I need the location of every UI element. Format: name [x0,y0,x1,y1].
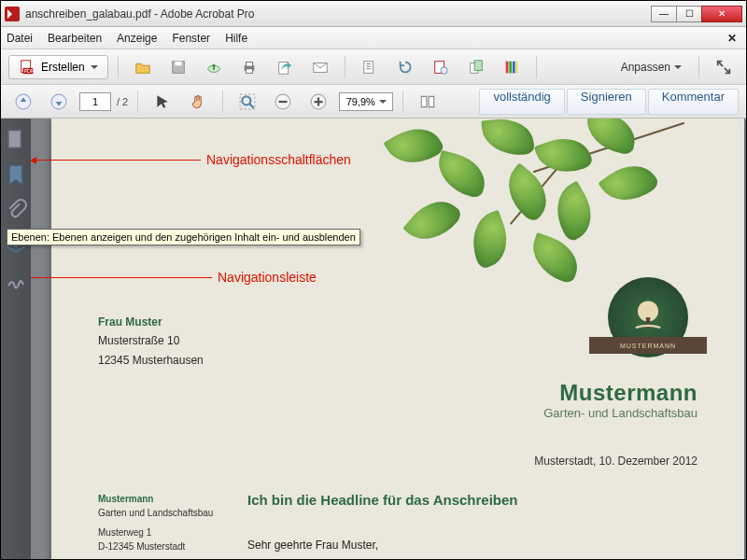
company-block: Mustermann Garten- und Landschaftsbau [543,380,698,420]
minimize-button[interactable]: — [651,6,677,22]
menu-window[interactable]: Fenster [172,32,210,45]
menu-bar: Datei Bearbeiten Anzeige Fenster Hilfe ✕ [1,27,746,49]
share-icon [276,59,293,76]
floppy-icon [170,59,187,76]
navigation-pane [1,119,31,559]
sender-street: Musterweg 1 [98,525,213,539]
recipient-city: 12345 Musterhausen [98,351,204,370]
envelope-icon [312,59,329,76]
svg-rect-7 [246,62,252,66]
menu-edit[interactable]: Bearbeiten [48,32,102,45]
chevron-down-icon [674,65,682,69]
share-button[interactable] [270,55,300,79]
arrow-up-icon [15,93,32,110]
rotate-button[interactable] [390,55,420,79]
recipient-street: Musterstraße 10 [98,331,204,350]
combine-button[interactable] [461,55,491,79]
menu-view[interactable]: Anzeige [117,32,157,45]
svg-rect-17 [509,61,512,73]
chevron-down-icon [379,100,387,104]
zoom-select-icon [239,93,256,110]
sign-button[interactable]: Signieren [567,89,646,115]
create-label: Erstellen [41,61,85,74]
recipient-address: Frau Muster Musterstraße 10 12345 Muster… [98,313,204,370]
cloud-button[interactable] [199,55,229,79]
color-button[interactable] [497,55,527,79]
save-button[interactable] [163,55,193,79]
page-number-input[interactable] [79,92,111,111]
attachments-button[interactable] [5,199,27,221]
nav-toolbar: / 2 79,9% vollständig Signieren Kommenta… [1,85,746,119]
maximize-button[interactable]: ☐ [676,6,702,22]
chevron-down-icon [91,65,98,69]
menu-file[interactable]: Datei [7,32,33,45]
sender-name: Mustermann [98,492,213,506]
svg-rect-19 [515,61,517,73]
letter-headline: Ich bin die Headline für das Anschreiben [247,492,518,508]
logo-ribbon: MUSTERMANN [589,337,707,354]
page-up-button[interactable] [8,90,38,114]
thumbnails-button[interactable] [5,128,27,150]
menu-close-icon[interactable]: ✕ [727,32,737,45]
expand-icon [715,59,732,76]
title-bar: anschreiben_galabau.pdf - Adobe Acrobat … [1,1,746,27]
print-button[interactable] [234,55,264,79]
tools-full-button[interactable]: vollständig [479,89,564,115]
selection-tool-button[interactable] [148,90,177,114]
zoom-in-button[interactable] [303,90,333,114]
read-mode-button[interactable] [413,90,443,114]
page-thumb-icon [5,128,27,150]
bookmarks-button[interactable] [5,163,27,186]
menu-help[interactable]: Hilfe [225,32,247,45]
minus-icon [275,93,291,110]
zoom-out-button[interactable] [268,90,298,114]
sender-sub: Garten und Landschaftsbau [98,506,213,520]
svg-text:PDF: PDF [23,68,34,74]
zoom-level-input[interactable]: 79,9% [339,92,393,111]
email-button[interactable] [305,55,335,79]
svg-rect-18 [513,61,515,73]
comment-button[interactable]: Kommentar [648,89,739,115]
letter-salutation: Sehr geehrte Frau Muster, [247,539,378,552]
close-button[interactable]: ✕ [701,6,742,22]
cloud-up-icon [205,59,222,76]
book-icon [419,93,436,110]
paperclip-icon [5,199,27,221]
layers-tooltip: Ebenen: Ebenen anzeigen und den zugehöri… [7,229,360,245]
open-button[interactable] [128,55,158,79]
svg-rect-26 [8,131,21,148]
color-bars-icon [503,59,520,76]
letter-date: Musterstadt, 10. Dezember 2012 [534,455,698,468]
edit-text-button[interactable] [355,55,385,79]
signature-icon [5,270,27,292]
page-down-button[interactable] [44,90,74,114]
sender-city: D-12345 Musterstadt [98,539,213,553]
printer-icon [241,59,258,76]
arrow-down-icon [50,93,67,110]
svg-rect-8 [246,68,252,73]
recipient-name: Frau Muster [98,313,204,331]
combine-icon [468,59,485,76]
document-area[interactable]: MUSTERMANN Frau Muster Musterstraße 10 1… [31,119,746,559]
edit-text-icon [361,59,378,76]
fullscreen-button[interactable] [709,55,739,79]
tree-icon [627,297,669,338]
create-button[interactable]: PDF Erstellen [8,55,108,79]
folder-open-icon [134,59,151,76]
scan-button[interactable] [426,55,456,79]
company-name: Mustermann [543,380,698,406]
hand-icon [190,93,206,110]
signatures-button[interactable] [5,270,27,292]
customize-label: Anpassen [621,61,670,74]
annotation-arrow [31,160,201,161]
page-total-label: / 2 [117,96,128,107]
main-toolbar: PDF Erstellen Anpassen [1,49,746,85]
rotate-icon [397,59,414,76]
svg-point-13 [441,67,447,74]
window-controls: — ☐ ✕ [652,6,742,22]
customize-button[interactable]: Anpassen [613,61,689,74]
pdf-create-icon: PDF [19,59,35,76]
marquee-zoom-button[interactable] [233,90,262,114]
hand-tool-button[interactable] [183,90,213,114]
sender-block: Mustermann Garten und Landschaftsbau Mus… [98,492,213,553]
